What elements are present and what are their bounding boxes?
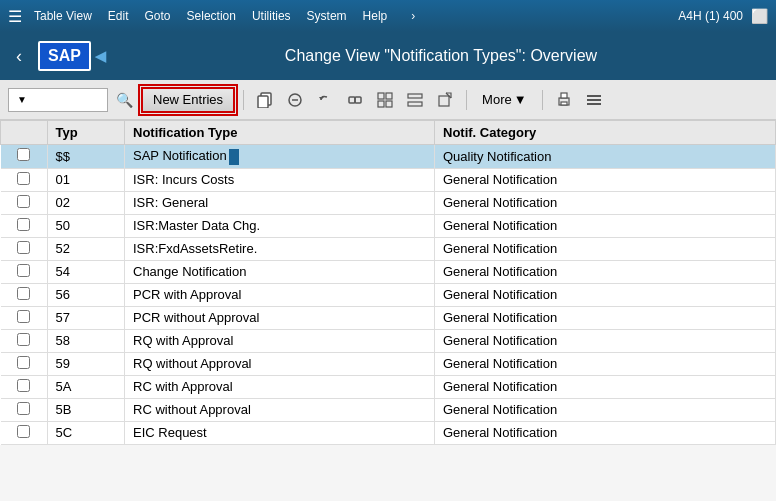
settings-icon bbox=[586, 92, 602, 108]
svg-rect-20 bbox=[587, 103, 601, 105]
hamburger-menu[interactable]: ☰ bbox=[8, 7, 22, 26]
col-header-checkbox bbox=[1, 121, 48, 145]
row-notif-category: General Notification bbox=[435, 237, 776, 260]
row-notification-type: RQ with Approval bbox=[125, 329, 435, 352]
undo-icon bbox=[317, 92, 333, 108]
row-typ: 5A bbox=[47, 375, 125, 398]
col-header-typ: Typ bbox=[47, 121, 125, 145]
row-notif-category: General Notification bbox=[435, 168, 776, 191]
table-row[interactable]: 52ISR:FxdAssetsRetire.General Notificati… bbox=[1, 237, 776, 260]
row-checkbox[interactable] bbox=[17, 333, 30, 346]
more-chevron-icon: ▼ bbox=[514, 92, 527, 107]
menu-utilities[interactable]: Utilities bbox=[252, 9, 291, 23]
row-checkbox[interactable] bbox=[17, 425, 30, 438]
svg-rect-5 bbox=[349, 97, 355, 103]
svg-rect-1 bbox=[258, 96, 268, 108]
separator-1 bbox=[243, 90, 244, 110]
table-row[interactable]: 5CEIC RequestGeneral Notification bbox=[1, 421, 776, 444]
table-row[interactable]: 02ISR: GeneralGeneral Notification bbox=[1, 191, 776, 214]
delete-icon-button[interactable] bbox=[282, 87, 308, 113]
table-row[interactable]: 58RQ with ApprovalGeneral Notification bbox=[1, 329, 776, 352]
sap-logo-sub: ◀ bbox=[95, 48, 106, 64]
row-typ: $$ bbox=[47, 145, 125, 169]
svg-rect-6 bbox=[355, 97, 361, 103]
row-typ: 52 bbox=[47, 237, 125, 260]
row-notification-type: RC with Approval bbox=[125, 375, 435, 398]
table-header: Typ Notification Type Notif. Category bbox=[1, 121, 776, 145]
row-checkbox-cell bbox=[1, 421, 48, 444]
table-row[interactable]: 5ARC with ApprovalGeneral Notification bbox=[1, 375, 776, 398]
back-button[interactable]: ‹ bbox=[12, 42, 26, 71]
new-entries-button[interactable]: New Entries bbox=[141, 87, 235, 113]
more-label: More bbox=[482, 92, 512, 107]
copy-icon-button[interactable] bbox=[252, 87, 278, 113]
table-row[interactable]: 54Change NotificationGeneral Notificatio… bbox=[1, 260, 776, 283]
settings-icon-button[interactable] bbox=[581, 87, 607, 113]
table-row[interactable]: 56PCR with ApprovalGeneral Notification bbox=[1, 283, 776, 306]
menu-system[interactable]: System bbox=[307, 9, 347, 23]
print-icon-button[interactable] bbox=[551, 87, 577, 113]
grid-icon-button[interactable] bbox=[372, 87, 398, 113]
row-checkbox[interactable] bbox=[17, 241, 30, 254]
row-checkbox[interactable] bbox=[17, 264, 30, 277]
row-checkbox[interactable] bbox=[17, 172, 30, 185]
row-notif-category: General Notification bbox=[435, 191, 776, 214]
delete-icon bbox=[287, 92, 303, 108]
row-typ: 56 bbox=[47, 283, 125, 306]
undo-icon-button[interactable] bbox=[312, 87, 338, 113]
page-title: Change View "Notification Types": Overvi… bbox=[118, 47, 764, 65]
row-notification-type: EIC Request bbox=[125, 421, 435, 444]
row-typ: 59 bbox=[47, 352, 125, 375]
svg-rect-13 bbox=[439, 96, 449, 106]
row-notif-category: General Notification bbox=[435, 283, 776, 306]
row-notif-category: General Notification bbox=[435, 352, 776, 375]
row-checkbox[interactable] bbox=[17, 195, 30, 208]
row-checkbox-cell bbox=[1, 352, 48, 375]
toolbar: ▼ 🔍 New Entries bbox=[0, 80, 776, 120]
print-icon bbox=[556, 92, 572, 108]
export-icon-button[interactable] bbox=[432, 87, 458, 113]
row-typ: 58 bbox=[47, 329, 125, 352]
row-notif-category: General Notification bbox=[435, 329, 776, 352]
move-icon bbox=[347, 92, 363, 108]
more-button[interactable]: More ▼ bbox=[475, 89, 534, 110]
table-row[interactable]: 50ISR:Master Data Chg.General Notificati… bbox=[1, 214, 776, 237]
svg-rect-18 bbox=[587, 95, 601, 97]
table-row[interactable]: $$SAP NotificationQuality Notification bbox=[1, 145, 776, 169]
row-checkbox[interactable] bbox=[17, 379, 30, 392]
table-row[interactable]: 01ISR: Incurs CostsGeneral Notification bbox=[1, 168, 776, 191]
row-notification-type: ISR: Incurs Costs bbox=[125, 168, 435, 191]
title-bar: ☰ Table View Edit Goto Selection Utiliti… bbox=[0, 0, 776, 32]
row-checkbox-cell bbox=[1, 329, 48, 352]
table-row[interactable]: 57PCR without ApprovalGeneral Notificati… bbox=[1, 306, 776, 329]
row-checkbox[interactable] bbox=[17, 402, 30, 415]
menu-goto[interactable]: Goto bbox=[145, 9, 171, 23]
row-checkbox-cell bbox=[1, 237, 48, 260]
menu-edit[interactable]: Edit bbox=[108, 9, 129, 23]
row-notification-type: RC without Approval bbox=[125, 398, 435, 421]
toolbar-dropdown[interactable]: ▼ bbox=[8, 88, 108, 112]
menu-help[interactable]: Help bbox=[363, 9, 388, 23]
separator-2 bbox=[466, 90, 467, 110]
move-icon-button[interactable] bbox=[342, 87, 368, 113]
table-row[interactable]: 5BRC without ApprovalGeneral Notificatio… bbox=[1, 398, 776, 421]
row-checkbox[interactable] bbox=[17, 148, 30, 161]
row-checkbox-cell bbox=[1, 191, 48, 214]
row-checkbox[interactable] bbox=[17, 287, 30, 300]
row-notification-type: RQ without Approval bbox=[125, 352, 435, 375]
maximize-icon[interactable]: ⬜ bbox=[751, 8, 768, 24]
layout-icon-button[interactable] bbox=[402, 87, 428, 113]
search-icon[interactable]: 🔍 bbox=[116, 92, 133, 108]
row-checkbox[interactable] bbox=[17, 356, 30, 369]
row-typ: 57 bbox=[47, 306, 125, 329]
svg-rect-12 bbox=[408, 102, 422, 106]
row-checkbox[interactable] bbox=[17, 218, 30, 231]
row-notif-category: General Notification bbox=[435, 421, 776, 444]
menu-selection[interactable]: Selection bbox=[187, 9, 236, 23]
table-row[interactable]: 59RQ without ApprovalGeneral Notificatio… bbox=[1, 352, 776, 375]
row-checkbox-cell bbox=[1, 168, 48, 191]
sap-logo: SAP bbox=[38, 41, 91, 71]
row-notification-type: PCR with Approval bbox=[125, 283, 435, 306]
row-checkbox[interactable] bbox=[17, 310, 30, 323]
menu-table-view[interactable]: Table View bbox=[34, 9, 92, 23]
